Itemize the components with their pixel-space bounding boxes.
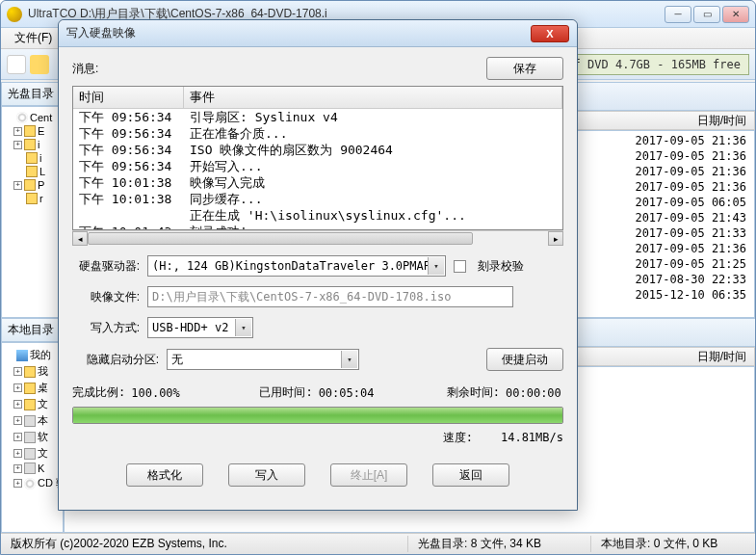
tree-item[interactable]: +桌 <box>4 380 61 396</box>
log-row[interactable]: 下午 09:56:34ISO 映像文件的扇区数为 9002464 <box>73 142 562 158</box>
tree-item[interactable]: +我 <box>4 363 61 380</box>
expand-icon[interactable]: + <box>13 141 22 149</box>
minimize-button[interactable]: ─ <box>665 6 691 23</box>
log-header-event[interactable]: 事件 <box>184 87 562 108</box>
log-row[interactable]: 下午 10:01:38映像写入完成 <box>73 174 562 191</box>
message-label: 消息: <box>72 61 486 77</box>
chevron-down-icon[interactable]: ▾ <box>428 257 444 275</box>
status-local-dir: 本地目录: 0 文件, 0 KB <box>591 536 755 552</box>
dialog-close-button[interactable]: X <box>531 25 569 42</box>
abort-button[interactable]: 终止[A] <box>330 463 407 487</box>
tree-item[interactable]: +E <box>4 124 61 138</box>
folder-icon <box>26 193 38 204</box>
scroll-thumb[interactable] <box>88 232 473 245</box>
tree-item[interactable]: +文 <box>4 396 61 412</box>
remain-label: 剩余时间: <box>447 384 500 401</box>
disc-dir-header: 光盘目录 <box>1 82 64 106</box>
log-row[interactable]: 正在生成 'H:\isolinux\syslinux.cfg'... <box>73 207 562 224</box>
expand-icon[interactable]: + <box>13 383 22 392</box>
expand-icon[interactable]: + <box>13 400 22 409</box>
folder-icon <box>24 139 36 150</box>
drive-icon <box>24 448 36 460</box>
drive-icon <box>24 415 36 427</box>
dialog-title: 写入硬盘映像 <box>66 25 531 41</box>
tree-item[interactable]: i <box>4 151 61 165</box>
hidden-boot-combo[interactable]: 无 ▾ <box>167 349 359 370</box>
image-file-field[interactable]: D:\用户目录\下载\CentOS-7-x86_64-DVD-1708.iso <box>147 286 513 307</box>
done-ratio-value: 100.00% <box>131 386 189 400</box>
computer-icon <box>16 350 28 361</box>
folder-icon <box>24 179 36 191</box>
log-row[interactable]: 下午 10:01:38同步缓存... <box>73 191 562 207</box>
write-method-combo[interactable]: USB-HDD+ v2 ▾ <box>147 317 253 338</box>
expand-icon[interactable]: + <box>13 479 22 488</box>
tree-item[interactable]: +CD 驱动器(I:) <box>4 475 61 491</box>
disk-drive-combo[interactable]: (H:, 124 GB)KingstonDataTraveler 3.0PMAP… <box>147 255 446 277</box>
log-rows[interactable]: 下午 09:56:34引导扇区: Syslinux v4下午 09:56:34正… <box>73 109 562 230</box>
local-dir-header: 本地目录 <box>1 318 64 342</box>
tree-item[interactable]: Cent <box>4 111 61 124</box>
write-disk-image-dialog: 写入硬盘映像 X 消息: 保存 时间 事件 下午 09:56:34引导扇区: S… <box>58 19 578 511</box>
cd-icon <box>24 478 36 489</box>
expand-icon[interactable]: + <box>13 181 22 190</box>
drive-icon <box>24 462 36 474</box>
tree-item[interactable]: +本 <box>4 412 61 429</box>
log-row[interactable]: 下午 09:56:34引导扇区: Syslinux v4 <box>73 109 562 125</box>
expand-icon[interactable]: + <box>13 464 22 473</box>
progress-bar <box>72 407 563 424</box>
quick-boot-button[interactable]: 便捷启动 <box>486 348 563 371</box>
log-row[interactable]: 下午 09:56:34正在准备介质... <box>73 125 562 142</box>
expand-icon[interactable]: + <box>13 449 22 458</box>
chevron-down-icon[interactable]: ▾ <box>341 351 357 368</box>
expand-icon[interactable]: + <box>13 416 22 425</box>
log-horizontal-scrollbar[interactable]: ◂ ▸ <box>72 230 563 246</box>
expand-icon[interactable]: + <box>13 367 22 376</box>
close-button[interactable]: ✕ <box>722 6 749 23</box>
verify-label: 刻录校验 <box>478 258 524 275</box>
done-ratio-label: 完成比例: <box>72 384 125 401</box>
folder-icon <box>26 166 38 177</box>
remain-value: 00:00:00 <box>506 386 563 400</box>
tree-item[interactable]: r <box>4 192 61 205</box>
status-disc-dir: 光盘目录: 8 文件, 34 KB <box>408 536 591 552</box>
expand-icon[interactable]: + <box>13 127 22 136</box>
write-method-label: 写入方式: <box>72 320 140 336</box>
folder-icon <box>26 152 38 164</box>
scroll-left-arrow-icon[interactable]: ◂ <box>72 231 88 246</box>
tree-item[interactable]: +K <box>4 462 61 475</box>
format-button[interactable]: 格式化 <box>126 463 203 487</box>
disc-tree[interactable]: Cent+E+iiL+Pr <box>1 106 64 318</box>
verify-checkbox[interactable] <box>454 260 466 273</box>
tree-item[interactable]: 我的 <box>4 347 61 363</box>
open-icon[interactable] <box>30 55 49 74</box>
new-icon[interactable] <box>7 55 26 74</box>
write-button[interactable]: 写入 <box>228 463 305 487</box>
return-button[interactable]: 返回 <box>432 463 509 487</box>
scroll-right-arrow-icon[interactable]: ▸ <box>548 231 563 246</box>
chevron-down-icon[interactable]: ▾ <box>235 319 251 336</box>
elapsed-value: 00:05:04 <box>319 386 377 400</box>
log-row[interactable]: 下午 10:01:43刻录成功! <box>73 224 562 230</box>
expand-icon[interactable]: + <box>13 433 22 441</box>
progress-fill <box>73 408 562 423</box>
status-copyright: 版权所有 (c)2002-2020 EZB Systems, Inc. <box>1 536 408 552</box>
folder-icon <box>24 383 36 394</box>
local-tree[interactable]: 我的+我+桌+文+本+软+文+K+CD 驱动器(I:) <box>1 342 64 533</box>
maximize-button[interactable]: ▭ <box>693 6 720 23</box>
tree-item[interactable]: +软 <box>4 429 61 445</box>
disk-capacity-info: of DVD 4.7GB - 165MB free <box>558 54 749 75</box>
log-row[interactable]: 下午 09:56:34开始写入... <box>73 158 562 174</box>
menu-file[interactable]: 文件(F) <box>7 28 60 48</box>
folder-icon <box>24 125 36 137</box>
drive-icon <box>24 432 36 443</box>
save-button[interactable]: 保存 <box>486 57 563 80</box>
image-file-label: 映像文件: <box>72 289 140 305</box>
tree-item[interactable]: +P <box>4 178 61 192</box>
app-icon <box>7 7 22 22</box>
tree-item[interactable]: L <box>4 165 61 178</box>
log-header-time[interactable]: 时间 <box>73 87 184 108</box>
dialog-titlebar[interactable]: 写入硬盘映像 X <box>59 20 577 47</box>
speed-label: 速度: <box>443 431 473 444</box>
tree-item[interactable]: +i <box>4 138 61 151</box>
tree-item[interactable]: +文 <box>4 445 61 462</box>
